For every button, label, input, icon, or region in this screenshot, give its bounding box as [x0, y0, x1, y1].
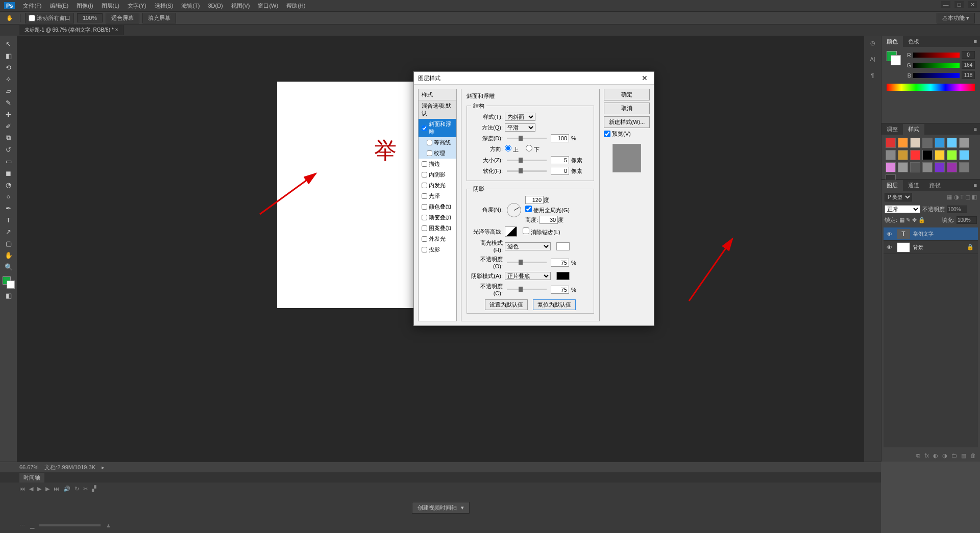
- style-swatch[interactable]: [922, 138, 933, 148]
- tab-swatches[interactable]: 色板: [903, 36, 924, 47]
- style-swatch[interactable]: [910, 150, 920, 160]
- lasso-tool-icon[interactable]: ⟲: [3, 62, 15, 72]
- blend-mode-select[interactable]: 正常: [885, 205, 920, 213]
- style-item[interactable]: 描边: [419, 159, 456, 169]
- style-item[interactable]: 外发光: [419, 234, 456, 244]
- tab-adjust[interactable]: 调整: [881, 124, 903, 135]
- style-checkbox[interactable]: [422, 247, 427, 252]
- stamp-tool-icon[interactable]: ⧉: [3, 133, 15, 143]
- loop-icon[interactable]: ↻: [75, 486, 79, 492]
- panel-menu-icon[interactable]: ≡: [971, 126, 980, 132]
- style-swatch[interactable]: [947, 150, 957, 160]
- menu-layer[interactable]: 图层(L): [97, 1, 124, 11]
- style-checkbox[interactable]: [422, 161, 427, 167]
- lock-icons[interactable]: ▦ ✎ ✥ 🔒: [899, 217, 925, 223]
- style-checkbox[interactable]: [422, 125, 427, 131]
- style-swatch[interactable]: [959, 162, 969, 172]
- size-input[interactable]: [551, 156, 569, 164]
- gradient-tool-icon[interactable]: ◼: [3, 168, 15, 178]
- adjust-icon[interactable]: ◑: [942, 452, 947, 459]
- angle-widget[interactable]: [507, 203, 521, 217]
- link-icon[interactable]: ⧉: [916, 452, 920, 459]
- style-item[interactable]: 等高线: [419, 137, 456, 148]
- style-checkbox[interactable]: [422, 215, 427, 220]
- style-swatch[interactable]: [922, 162, 933, 172]
- menu-view[interactable]: 视图(V): [227, 1, 254, 11]
- altitude-input[interactable]: [540, 216, 558, 224]
- layer-filter-select[interactable]: P 类型: [885, 193, 912, 201]
- mask-icon[interactable]: ◐: [933, 452, 938, 459]
- fx-icon[interactable]: fx: [924, 452, 929, 459]
- tab-layers[interactable]: 图层: [881, 180, 903, 191]
- first-frame-icon[interactable]: ⏮: [19, 486, 25, 492]
- close-icon[interactable]: ✕: [968, 1, 977, 8]
- close-icon[interactable]: ✕: [640, 74, 650, 82]
- history-panel-icon[interactable]: ◷: [867, 40, 878, 51]
- style-swatch[interactable]: [898, 138, 908, 148]
- scissors-icon[interactable]: ✂: [83, 486, 88, 492]
- b-slider[interactable]: [913, 73, 960, 78]
- angle-input[interactable]: [525, 196, 544, 204]
- preview-checkbox[interactable]: 预览(V): [604, 130, 650, 138]
- menu-type[interactable]: 文字(Y): [124, 1, 151, 11]
- document-tab[interactable]: 未标题-1 @ 66.7% (举例文字, RGB/8) * ×: [19, 25, 124, 35]
- eraser-tool-icon[interactable]: ▭: [3, 156, 15, 166]
- tab-timeline[interactable]: 时间轴: [19, 473, 44, 483]
- fill-input[interactable]: [957, 216, 977, 224]
- layer-name[interactable]: 背景: [913, 244, 923, 251]
- style-item[interactable]: 内阴影: [419, 169, 456, 180]
- next-frame-icon[interactable]: ▶: [45, 486, 50, 492]
- new-layer-icon[interactable]: ▤: [961, 452, 966, 459]
- audio-icon[interactable]: 🔊: [63, 486, 70, 492]
- style-swatch[interactable]: [910, 138, 920, 148]
- character-panel-icon[interactable]: A|: [867, 56, 878, 67]
- depth-input[interactable]: [551, 134, 569, 142]
- style-item[interactable]: 内发光: [419, 180, 456, 191]
- trash-icon[interactable]: 🗑: [970, 452, 976, 459]
- dialog-titlebar[interactable]: 图层样式 ✕: [414, 72, 654, 85]
- marquee-tool-icon[interactable]: ◧: [3, 50, 15, 61]
- cancel-button[interactable]: 取消: [604, 103, 650, 114]
- style-swatch[interactable]: [947, 162, 957, 172]
- b-value[interactable]: 118: [962, 71, 975, 79]
- menu-3d[interactable]: 3D(D): [204, 1, 227, 10]
- style-item[interactable]: 渐变叠加: [419, 212, 456, 223]
- menu-filter[interactable]: 滤镜(T): [177, 1, 204, 11]
- move-tool-icon[interactable]: ↖: [3, 39, 15, 49]
- layer-name[interactable]: 举例文字: [913, 231, 934, 238]
- style-item[interactable]: 光泽: [419, 191, 456, 201]
- hand-tool-icon[interactable]: ✋: [4, 13, 15, 22]
- crop-tool-icon[interactable]: ▱: [3, 86, 15, 96]
- size-slider[interactable]: [507, 160, 547, 161]
- quickmask-icon[interactable]: ◧: [3, 290, 15, 300]
- scroll-all-checkbox[interactable]: 滚动所有窗口: [25, 13, 74, 23]
- style-checkbox[interactable]: [422, 225, 427, 231]
- maximize-icon[interactable]: □: [954, 1, 964, 8]
- style-checkbox[interactable]: [427, 150, 432, 156]
- ok-button[interactable]: 确定: [604, 89, 650, 100]
- brush-tool-icon[interactable]: ✐: [3, 121, 15, 131]
- style-swatch[interactable]: [910, 162, 920, 172]
- prev-frame-icon[interactable]: ◀: [29, 486, 33, 492]
- style-swatch[interactable]: [947, 138, 957, 148]
- hl-opacity-input[interactable]: [551, 259, 569, 267]
- tab-paths[interactable]: 路径: [924, 180, 946, 191]
- tab-styles[interactable]: 样式: [903, 124, 924, 135]
- tab-color[interactable]: 颜色: [881, 36, 903, 47]
- status-chevron-icon[interactable]: ▸: [102, 464, 105, 471]
- hand-tool-icon[interactable]: ✋: [3, 250, 15, 260]
- style-swatch[interactable]: [886, 150, 896, 160]
- shadow-color[interactable]: [556, 272, 570, 280]
- fit-screen-button[interactable]: 适合屏幕: [106, 13, 139, 23]
- menu-select[interactable]: 选择(S): [151, 1, 178, 11]
- menu-file[interactable]: 文件(F): [19, 1, 45, 11]
- zoom-100-button[interactable]: 100%: [77, 13, 103, 22]
- layer-item-text[interactable]: 👁 T 举例文字: [884, 227, 978, 241]
- eyedropper-tool-icon[interactable]: ✎: [3, 97, 15, 108]
- g-slider[interactable]: [913, 63, 960, 68]
- play-icon[interactable]: ▶: [37, 486, 41, 492]
- soften-input[interactable]: [551, 167, 569, 175]
- reset-default-button[interactable]: 复位为默认值: [533, 299, 576, 310]
- type-tool-icon[interactable]: T: [3, 215, 15, 225]
- style-swatch[interactable]: [886, 138, 896, 148]
